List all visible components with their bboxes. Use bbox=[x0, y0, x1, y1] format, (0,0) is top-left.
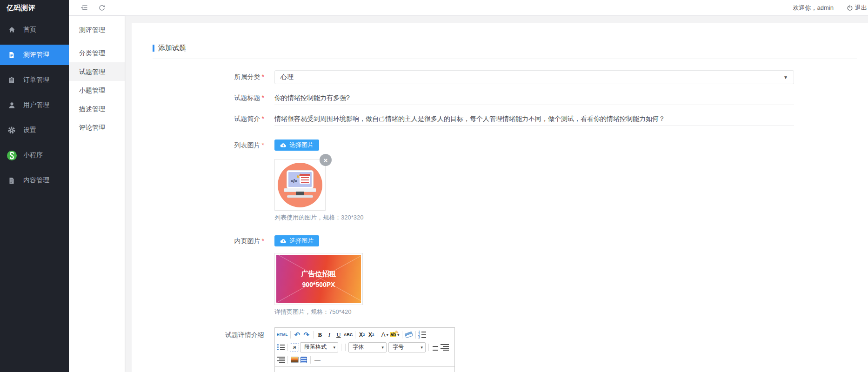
editor-align-left-button[interactable] bbox=[431, 342, 440, 352]
primary-menu: 首页 测评管理 订单管理 用户管理 bbox=[0, 16, 69, 195]
editor-anchor-button[interactable]: a bbox=[290, 343, 299, 352]
image-icon bbox=[291, 357, 299, 363]
intro-input[interactable]: 情绪很容易受到周围环境影响，做自己情绪的主人是很多人的目标，每个人管理情绪能力不… bbox=[274, 112, 794, 126]
editor-paragraph-format-select[interactable]: 段落格式▾ bbox=[300, 342, 338, 352]
editor-content-area[interactable] bbox=[275, 367, 454, 372]
submenu-item-questions[interactable]: 试题管理 bbox=[69, 62, 125, 81]
editor-align-right-button[interactable] bbox=[440, 342, 449, 352]
list-image-label: 列表图片* bbox=[153, 140, 274, 150]
toolbar-separator bbox=[415, 331, 416, 339]
editor-insert-image-button[interactable] bbox=[290, 355, 299, 365]
ad-placeholder-image: 广告位招租 900*500PX bbox=[276, 255, 361, 303]
eraser-icon bbox=[404, 331, 413, 338]
editor-ordered-list-button[interactable]: 1 2 3 bbox=[418, 330, 427, 340]
refresh-icon[interactable] bbox=[98, 4, 106, 12]
remove-image-button[interactable]: × bbox=[320, 154, 332, 166]
content-row: 测评管理 分类管理 试题管理 小题管理 描述管理 评论管理 添加试题 bbox=[69, 16, 868, 372]
editor-horizontal-rule-button[interactable]: — bbox=[313, 355, 322, 365]
user-icon bbox=[0, 101, 23, 109]
topbar-right: 欢迎你，admin 退出 bbox=[793, 4, 867, 12]
toolbar-separator bbox=[287, 344, 288, 351]
choose-detail-image-button[interactable]: 选择图片 bbox=[274, 235, 319, 246]
laptop-stand bbox=[296, 192, 304, 195]
editor-unordered-list-button[interactable] bbox=[276, 342, 286, 352]
submenu-item-category[interactable]: 分类管理 bbox=[69, 44, 125, 62]
editor-toolbar: HTML ↶ ↷ B I U ABC bbox=[275, 328, 454, 367]
list-image-thumbnail: ↙ </> bbox=[274, 159, 326, 211]
editor-font-family-select[interactable]: 字体▾ bbox=[348, 342, 387, 352]
editor-font-color-button[interactable]: A▾ bbox=[380, 330, 389, 340]
editor-strikethrough-button[interactable]: ABC bbox=[343, 330, 354, 340]
sidebar-item-orders[interactable]: 订单管理 bbox=[0, 70, 69, 90]
mini-program-icon bbox=[0, 151, 23, 160]
submenu-item-comments[interactable]: 评论管理 bbox=[69, 118, 125, 137]
editor-remove-format-button[interactable] bbox=[404, 330, 414, 340]
toolbar-separator bbox=[355, 331, 355, 339]
toolbar-separator bbox=[402, 331, 402, 339]
right-column: 欢迎你，admin 退出 测评管理 分类管理 试题管理 小题管理 描述管理 评论… bbox=[69, 0, 868, 372]
list-image-row: 列表图片* 选择图片 bbox=[153, 140, 857, 222]
editor-subscript-button[interactable]: X2 bbox=[367, 330, 376, 340]
category-select[interactable]: 心理 ▼ bbox=[274, 70, 794, 84]
detail-image-row: 内页图片* 选择图片 广告位招租 bbox=[153, 235, 857, 316]
sidebar-item-assessment[interactable]: 测评管理 bbox=[0, 45, 69, 65]
editor-italic-button[interactable]: I bbox=[325, 330, 334, 340]
add-question-form: 所属分类* 心理 ▼ 试题标题* 你的情绪控制 bbox=[153, 70, 857, 372]
sidebar-item-label: 测评管理 bbox=[23, 51, 49, 59]
logout-label: 退出 bbox=[855, 4, 867, 12]
sidebar-toggle-icon[interactable] bbox=[80, 4, 88, 11]
sidebar-item-label: 用户管理 bbox=[23, 101, 49, 109]
sidebar-item-settings[interactable]: 设置 bbox=[0, 120, 69, 140]
toolbar-separator bbox=[428, 344, 429, 351]
submenu-item-assessment[interactable]: 测评管理 bbox=[69, 20, 125, 39]
page-title-text: 添加试题 bbox=[158, 44, 186, 53]
laptop-screen: ↙ </> bbox=[287, 171, 313, 188]
sidebar-item-label: 内容管理 bbox=[23, 176, 49, 185]
detail-image-field: 选择图片 广告位招租 900*500PX bbox=[274, 235, 794, 316]
editor-bold-button[interactable]: B bbox=[315, 330, 325, 340]
required-mark: * bbox=[262, 141, 264, 149]
title-input[interactable]: 你的情绪控制能力有多强? bbox=[274, 91, 794, 105]
editor-redo-button[interactable]: ↷ bbox=[302, 330, 311, 340]
editor-superscript-button[interactable]: X2 bbox=[357, 330, 367, 340]
sidebar-item-content[interactable]: 内容管理 bbox=[0, 170, 69, 191]
required-mark: * bbox=[262, 94, 264, 101]
page-title: 添加试题 bbox=[153, 44, 857, 53]
cloud-upload-icon bbox=[280, 142, 287, 148]
editor-source-button[interactable]: HTML bbox=[276, 330, 288, 340]
toolbar-separator bbox=[290, 331, 291, 339]
code-icon: </> bbox=[291, 178, 297, 184]
title-accent-bar bbox=[153, 45, 154, 52]
choose-list-image-button[interactable]: 选择图片 bbox=[274, 140, 319, 151]
chevron-down-icon: ▾ bbox=[381, 345, 384, 350]
toolbar-separator bbox=[310, 356, 311, 364]
editor-highlight-button[interactable]: ab✎▾ bbox=[389, 330, 400, 340]
intro-row: 试题简介* 情绪很容易受到周围环境影响，做自己情绪的主人是很多人的目标，每个人管… bbox=[153, 112, 857, 126]
intro-label: 试题简介* bbox=[153, 115, 274, 123]
logout-button[interactable]: 退出 bbox=[847, 4, 867, 12]
category-label: 所属分类* bbox=[153, 73, 274, 81]
submenu-item-subquestions[interactable]: 小题管理 bbox=[69, 81, 125, 100]
title-label: 试题标题* bbox=[153, 94, 274, 102]
toolbar-separator bbox=[341, 344, 341, 351]
editor-undo-button[interactable]: ↶ bbox=[293, 330, 302, 340]
required-mark: * bbox=[262, 237, 264, 245]
sidebar-item-home[interactable]: 首页 bbox=[0, 20, 69, 40]
chevron-down-icon: ▾ bbox=[333, 345, 335, 350]
sidebar-item-users[interactable]: 用户管理 bbox=[0, 95, 69, 115]
list-image-preview: ↙ </> bbox=[274, 159, 326, 211]
chevron-down-icon: ▾ bbox=[421, 345, 423, 350]
power-icon bbox=[847, 5, 853, 11]
editor-underline-button[interactable]: U bbox=[334, 330, 343, 340]
detail-image-preview: 广告位招租 900*500PX bbox=[274, 253, 363, 305]
editor-font-size-select[interactable]: 字号▾ bbox=[388, 342, 426, 352]
sidebar-item-label: 设置 bbox=[23, 126, 36, 134]
sidebar-item-miniprogram[interactable]: 小程序 bbox=[0, 145, 69, 166]
editor-justify-button[interactable] bbox=[276, 355, 286, 365]
detail-image-label: 内页图片* bbox=[153, 235, 274, 246]
submenu-item-descriptions[interactable]: 描述管理 bbox=[69, 100, 125, 118]
main-area: 添加试题 所属分类* 心理 ▼ bbox=[125, 16, 868, 372]
clipboard-icon bbox=[0, 76, 23, 84]
editor-insert-media-button[interactable] bbox=[299, 355, 308, 365]
toolbar-separator bbox=[378, 331, 378, 339]
